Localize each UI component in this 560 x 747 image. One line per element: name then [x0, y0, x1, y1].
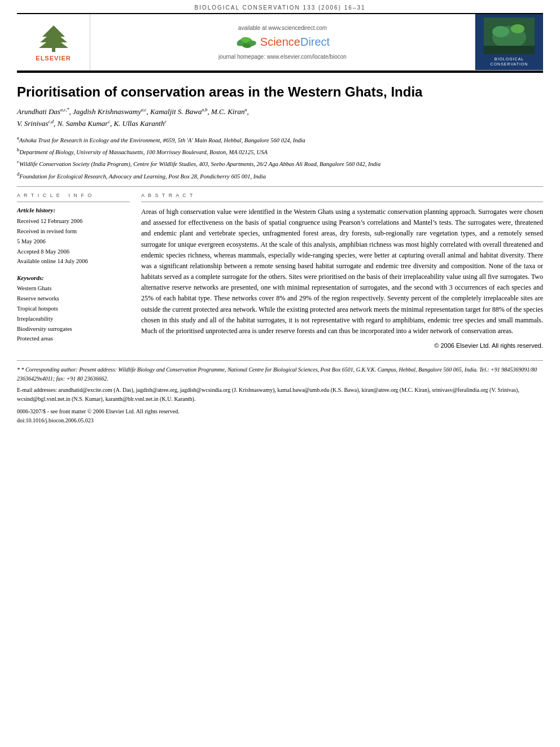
- journal-header: BIOLOGICAL CONSERVATION 133 (2006) 16–31: [0, 0, 560, 13]
- author-arundhati: Arundhati Das: [17, 107, 60, 116]
- article-title: Prioritisation of conservation areas in …: [17, 83, 543, 101]
- keyword-3: Tropical hotspots: [17, 304, 130, 314]
- abstract-text: Areas of high conservation value were id…: [141, 207, 543, 337]
- elsevier-logo-section: ELSEVIER: [17, 14, 90, 70]
- article-history-label: Article history:: [17, 207, 130, 213]
- elsevier-tree-icon: [31, 23, 76, 54]
- available-text: available at www.sciencedirect.com: [238, 25, 327, 31]
- biocon-label: BIOLOGICALCONSERVATION: [491, 56, 528, 67]
- article-dates: Received 12 February 2006 Received in re…: [17, 216, 130, 267]
- two-column-layout: A R T I C L E I N F O Article history: R…: [17, 193, 543, 349]
- footnotes-section: * * Corresponding author: Present addres…: [17, 360, 543, 404]
- biocon-logo: BIOLOGICALCONSERVATION: [484, 18, 535, 67]
- keywords-label: Keywords:: [17, 274, 130, 281]
- revised-label: Received in revised form: [17, 226, 130, 237]
- left-column: A R T I C L E I N F O Article history: R…: [17, 193, 130, 349]
- keyword-1: Western Ghats: [17, 283, 130, 294]
- main-divider: [17, 71, 543, 73]
- issn-line: 0006-3207/$ - see front matter © 2006 El…: [17, 407, 543, 416]
- left-divider: [17, 202, 130, 202]
- abstract-divider: [141, 202, 543, 202]
- sd-leaves-icon: [235, 34, 258, 50]
- keyword-5: Biodiversity surrogates: [17, 324, 130, 334]
- authors-line: Arundhati Dasa,c,*, Jagdish Krishnaswamy…: [17, 106, 543, 130]
- copyright-line: © 2006 Elsevier Ltd. All rights reserved…: [141, 342, 543, 349]
- bottom-refs: 0006-3207/$ - see front matter © 2006 El…: [17, 407, 543, 425]
- elsevier-text: ELSEVIER: [36, 55, 71, 62]
- sciencedirect-text: ScienceDirect: [260, 36, 330, 49]
- revised-date: 5 May 2006: [17, 237, 130, 247]
- section-divider: [17, 186, 543, 187]
- keyword-6: Protected areas: [17, 334, 130, 344]
- doi-line: doi:10.1016/j.biocon.2006.05.023: [17, 416, 543, 425]
- affiliations: aAshoka Trust for Research in Ecology an…: [17, 134, 543, 181]
- affiliation-b: bDepartment of Biology, University of Ma…: [17, 146, 543, 156]
- received-date: Received 12 February 2006: [17, 216, 130, 226]
- affiliation-c: cWildlife Conservation Society (India Pr…: [17, 158, 543, 168]
- biocon-section: BIOLOGICALCONSERVATION: [475, 14, 543, 70]
- svg-point-11: [492, 26, 509, 37]
- abstract-section-label: A B S T R A C T: [141, 193, 543, 198]
- sciencedirect-logo: ScienceDirect: [235, 34, 330, 50]
- biocon-cover-image: [484, 18, 535, 54]
- article-info-section-label: A R T I C L E I N F O: [17, 193, 130, 198]
- elsevier-logo: ELSEVIER: [31, 23, 76, 62]
- svg-rect-13: [484, 46, 535, 54]
- accepted-date: Accepted 8 May 2006: [17, 247, 130, 257]
- corresponding-author-note: * * Corresponding author: Present addres…: [17, 365, 543, 383]
- right-column: A B S T R A C T Areas of high conservati…: [141, 193, 543, 349]
- online-date: Available online 14 July 2006: [17, 256, 130, 267]
- svg-point-12: [511, 24, 524, 33]
- header-bar: ELSEVIER available at www.sciencedirect.…: [17, 13, 543, 71]
- sciencedirect-section: available at www.sciencedirect.com Scien…: [90, 14, 475, 70]
- affiliation-d: dFoundation for Ecological Research, Adv…: [17, 171, 543, 181]
- keyword-2: Reserve networks: [17, 294, 130, 304]
- keyword-4: Irreplaceability: [17, 314, 130, 324]
- journal-url: journal homepage: www.elsevier.com/locat…: [218, 54, 347, 60]
- email-addresses-note: E-mail addresses: arundhatid@excite.com …: [17, 386, 543, 404]
- keywords-section: Keywords: Western Ghats Reserve networks…: [17, 274, 130, 344]
- biocon-cover-svg: [484, 18, 535, 54]
- affiliation-a: aAshoka Trust for Research in Ecology an…: [17, 134, 543, 145]
